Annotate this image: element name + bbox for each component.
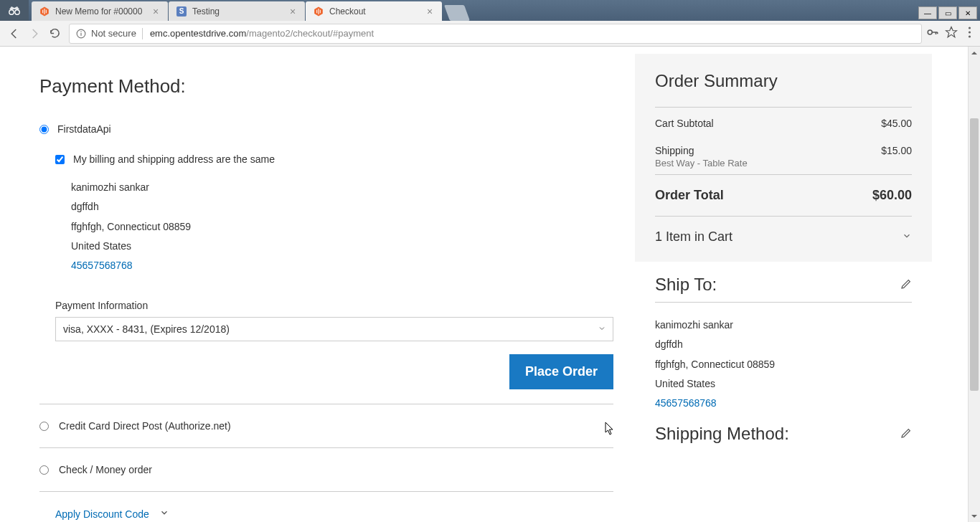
security-label: Not secure [91,28,136,39]
place-order-button[interactable]: Place Order [509,354,613,389]
payment-method-heading: Payment Method: [39,75,613,98]
radio-ccdirect[interactable] [39,422,49,431]
vertical-scrollbar[interactable] [968,47,980,522]
menu-icon[interactable] [968,26,971,41]
shipping-method-sub: Best Way - Table Rate [655,158,912,169]
address-name: kanimozhi sankar [71,178,613,197]
items-label: 1 Item in Cart [655,229,732,245]
svg-point-8 [969,35,971,37]
card-select[interactable]: visa, XXXX - 8431, (Expires 12/2018) [55,317,613,341]
tab-label: New Memo for #00000 [55,6,146,16]
close-icon[interactable]: × [425,6,435,16]
close-icon[interactable]: × [151,6,161,16]
edit-shipping-method-button[interactable] [900,427,912,441]
tab-strip: New Memo for #00000 × S Testing × Checko… [32,0,467,21]
svg-point-7 [969,31,971,33]
svg-rect-4 [80,32,81,35]
subtotal-value: $45.00 [881,118,912,129]
scroll-down-button[interactable] [969,510,980,522]
url-path: /magento2/checkout/#payment [246,28,374,39]
shipping-method-section: Shipping Method: [635,417,932,455]
subtotal-label: Cart Subtotal [655,118,714,129]
incognito-icon [0,0,29,21]
tab-label: Testing [192,6,283,16]
info-icon [75,29,87,39]
url-host: emc.opentestdrive.com [150,28,246,39]
shipping-label: Shipping [655,145,694,156]
summary-title: Order Summary [655,71,912,91]
close-icon[interactable]: × [288,6,298,16]
address-line2: ffghfgh, Connecticut 08859 [71,217,613,237]
radio-firstdata-label[interactable]: FirstdataApi [57,123,111,135]
radio-ccdirect-label[interactable]: Credit Card Direct Post (Authorize.net) [59,420,231,432]
ship-phone-link[interactable]: 45657568768 [655,394,912,413]
edit-ship-to-button[interactable] [900,278,912,292]
payment-option-check: Check / Money order [39,448,613,492]
shipping-value: $15.00 [881,145,912,156]
chevron-down-icon [159,508,169,520]
minimize-button[interactable]: — [918,6,937,19]
shipping-method-title: Shipping Method: [655,424,789,444]
scrollbar-thumb[interactable] [970,118,979,391]
svg-point-0 [9,9,14,14]
magento-icon [39,6,50,17]
ship-line1: dgffdh [655,335,912,354]
ship-to-title: Ship To: [655,275,717,295]
sidebar: Order Summary Cart Subtotal $45.00 Shipp… [635,54,932,522]
s-icon: S [176,6,187,17]
address-country: United States [71,237,613,256]
svg-point-5 [928,30,932,34]
maximize-button[interactable]: ▭ [938,6,957,19]
forward-button[interactable] [24,24,44,44]
separator [142,28,143,39]
reload-button[interactable] [44,24,65,44]
radio-firstdata[interactable] [39,125,49,134]
payment-option-firstdata: FirstdataApi My billing and shipping add… [39,118,613,389]
tab-memo[interactable]: New Memo for #00000 × [32,1,168,21]
items-in-cart-toggle[interactable]: 1 Item in Cart [655,216,912,252]
same-address-checkbox[interactable] [55,155,65,164]
billing-address: kanimozhi sankar dgffdh ffghfgh, Connect… [55,178,613,275]
tab-label: Checkout [329,6,420,16]
tab-checkout[interactable]: Checkout × [306,1,442,21]
svg-point-1 [15,9,19,14]
magento-icon [313,6,324,17]
radio-check[interactable] [39,465,49,475]
address-toolbar: Not secure emc.opentestdrive.com/magento… [0,21,980,47]
order-summary: Order Summary Cart Subtotal $45.00 Shipp… [635,54,932,262]
address-bar[interactable]: Not secure emc.opentestdrive.com/magento… [69,24,922,44]
ship-country: United States [655,374,912,394]
new-tab-button[interactable] [444,5,470,21]
browser-titlebar: New Memo for #00000 × S Testing × Checko… [0,0,980,21]
main-column: Payment Method: FirstdataApi My billing … [39,54,613,522]
back-button[interactable] [4,24,24,44]
ship-name: kanimozhi sankar [655,315,912,335]
star-icon[interactable] [945,26,958,41]
card-select-wrap: visa, XXXX - 8431, (Expires 12/2018) [55,317,613,341]
discount-label: Apply Discount Code [55,508,149,520]
total-value: $60.00 [872,188,912,203]
svg-point-3 [80,31,82,32]
window-controls: — ▭ ✕ [917,6,977,21]
radio-check-label[interactable]: Check / Money order [59,464,152,475]
ship-to-section: Ship To: kanimozhi sankar dgffdh ffghfgh… [635,262,932,417]
same-address-label[interactable]: My billing and shipping address are the … [73,153,275,165]
payment-option-ccdirect: Credit Card Direct Post (Authorize.net) [39,404,613,448]
payment-info-label: Payment Information [55,300,613,311]
ship-to-address: kanimozhi sankar dgffdh ffghfgh, Connect… [655,315,912,413]
close-window-button[interactable]: ✕ [958,6,977,19]
key-icon[interactable] [926,26,939,41]
address-phone-link[interactable]: 45657568768 [71,256,613,275]
scroll-up-button[interactable] [969,47,980,59]
apply-discount-toggle[interactable]: Apply Discount Code [39,492,613,522]
ship-line2: ffghfgh, Connecticut 08859 [655,355,912,374]
address-line1: dgffdh [71,197,613,217]
tab-testing[interactable]: S Testing × [169,1,305,21]
chevron-down-icon [902,229,912,245]
total-label: Order Total [655,188,724,203]
svg-point-6 [969,27,971,29]
